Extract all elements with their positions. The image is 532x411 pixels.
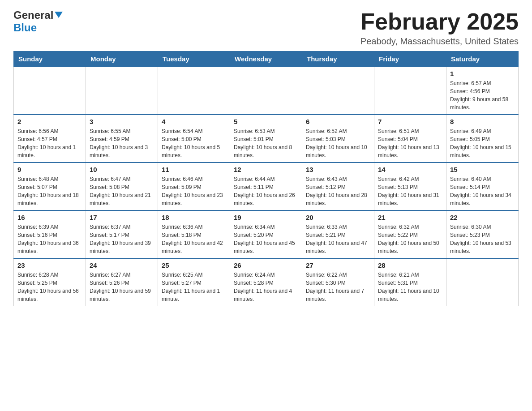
day-info: Sunrise: 6:56 AMSunset: 4:57 PMDaylight:… <box>17 127 82 159</box>
day-info: Sunrise: 6:42 AMSunset: 5:13 PMDaylight:… <box>378 175 442 207</box>
day-info: Sunrise: 6:22 AMSunset: 5:30 PMDaylight:… <box>306 271 370 303</box>
day-number: 27 <box>306 261 370 269</box>
day-info: Sunrise: 6:28 AMSunset: 5:25 PMDaylight:… <box>17 271 82 303</box>
day-number: 13 <box>306 166 370 173</box>
calendar-cell: 8Sunrise: 6:49 AMSunset: 5:05 PMDaylight… <box>446 115 519 163</box>
day-info: Sunrise: 6:55 AMSunset: 4:59 PMDaylight:… <box>90 127 154 159</box>
day-number: 8 <box>450 118 515 125</box>
day-info: Sunrise: 6:52 AMSunset: 5:03 PMDaylight:… <box>306 127 370 159</box>
day-number: 20 <box>306 214 370 221</box>
day-info: Sunrise: 6:44 AMSunset: 5:11 PMDaylight:… <box>234 175 298 207</box>
day-number: 9 <box>17 166 82 173</box>
calendar-week-row: 23Sunrise: 6:28 AMSunset: 5:25 PMDayligh… <box>14 258 519 306</box>
day-number: 25 <box>162 261 226 269</box>
calendar-cell: 15Sunrise: 6:40 AMSunset: 5:14 PMDayligh… <box>446 163 519 210</box>
day-info: Sunrise: 6:34 AMSunset: 5:20 PMDaylight:… <box>234 223 298 255</box>
day-info: Sunrise: 6:57 AMSunset: 4:56 PMDaylight:… <box>450 79 515 111</box>
day-info: Sunrise: 6:21 AMSunset: 5:31 PMDaylight:… <box>378 271 442 303</box>
day-number: 18 <box>162 214 226 221</box>
calendar-cell <box>158 67 230 115</box>
logo-blue-text: Blue <box>13 21 37 34</box>
weekday-header-wednesday: Wednesday <box>230 51 302 67</box>
day-info: Sunrise: 6:33 AMSunset: 5:21 PMDaylight:… <box>306 223 370 255</box>
calendar-week-row: 1Sunrise: 6:57 AMSunset: 4:56 PMDaylight… <box>14 67 519 115</box>
calendar-cell: 12Sunrise: 6:44 AMSunset: 5:11 PMDayligh… <box>230 163 302 210</box>
day-number: 22 <box>450 214 515 221</box>
day-info: Sunrise: 6:40 AMSunset: 5:14 PMDaylight:… <box>450 175 515 207</box>
weekday-header-thursday: Thursday <box>302 51 374 67</box>
calendar-cell <box>86 67 158 115</box>
calendar-table: SundayMondayTuesdayWednesdayThursdayFrid… <box>13 51 519 306</box>
day-number: 14 <box>378 166 442 173</box>
day-number: 26 <box>234 261 298 269</box>
day-info: Sunrise: 6:36 AMSunset: 5:18 PMDaylight:… <box>162 223 226 255</box>
calendar-cell: 17Sunrise: 6:37 AMSunset: 5:17 PMDayligh… <box>86 210 158 258</box>
day-number: 4 <box>162 118 226 125</box>
calendar-cell: 2Sunrise: 6:56 AMSunset: 4:57 PMDaylight… <box>14 115 86 163</box>
calendar-cell: 1Sunrise: 6:57 AMSunset: 4:56 PMDaylight… <box>446 67 519 115</box>
calendar-cell: 25Sunrise: 6:25 AMSunset: 5:27 PMDayligh… <box>158 258 230 306</box>
day-info: Sunrise: 6:47 AMSunset: 5:08 PMDaylight:… <box>90 175 154 207</box>
calendar-cell: 13Sunrise: 6:43 AMSunset: 5:12 PMDayligh… <box>302 163 374 210</box>
calendar-week-row: 16Sunrise: 6:39 AMSunset: 5:16 PMDayligh… <box>14 210 519 258</box>
day-number: 19 <box>234 214 298 221</box>
calendar-cell: 14Sunrise: 6:42 AMSunset: 5:13 PMDayligh… <box>374 163 446 210</box>
day-number: 28 <box>378 261 442 269</box>
page-header: General Blue February 2025 Peabody, Mass… <box>13 9 519 47</box>
day-info: Sunrise: 6:54 AMSunset: 5:00 PMDaylight:… <box>162 127 226 159</box>
calendar-cell: 9Sunrise: 6:48 AMSunset: 5:07 PMDaylight… <box>14 163 86 210</box>
day-number: 1 <box>450 70 515 77</box>
day-number: 2 <box>17 118 82 125</box>
month-title: February 2025 <box>360 9 519 34</box>
calendar-cell: 18Sunrise: 6:36 AMSunset: 5:18 PMDayligh… <box>158 210 230 258</box>
day-info: Sunrise: 6:32 AMSunset: 5:22 PMDaylight:… <box>378 223 442 255</box>
day-number: 10 <box>90 166 154 173</box>
day-info: Sunrise: 6:25 AMSunset: 5:27 PMDaylight:… <box>162 271 226 303</box>
day-number: 24 <box>90 261 154 269</box>
calendar-week-row: 2Sunrise: 6:56 AMSunset: 4:57 PMDaylight… <box>14 115 519 163</box>
day-info: Sunrise: 6:46 AMSunset: 5:09 PMDaylight:… <box>162 175 226 207</box>
calendar-cell: 5Sunrise: 6:53 AMSunset: 5:01 PMDaylight… <box>230 115 302 163</box>
calendar-cell: 28Sunrise: 6:21 AMSunset: 5:31 PMDayligh… <box>374 258 446 306</box>
calendar-cell: 24Sunrise: 6:27 AMSunset: 5:26 PMDayligh… <box>86 258 158 306</box>
calendar-cell: 16Sunrise: 6:39 AMSunset: 5:16 PMDayligh… <box>14 210 86 258</box>
day-info: Sunrise: 6:43 AMSunset: 5:12 PMDaylight:… <box>306 175 370 207</box>
day-info: Sunrise: 6:49 AMSunset: 5:05 PMDaylight:… <box>450 127 515 159</box>
day-number: 6 <box>306 118 370 125</box>
calendar-cell: 26Sunrise: 6:24 AMSunset: 5:28 PMDayligh… <box>230 258 302 306</box>
logo: General Blue <box>13 9 63 34</box>
day-number: 5 <box>234 118 298 125</box>
calendar-cell: 3Sunrise: 6:55 AMSunset: 4:59 PMDaylight… <box>86 115 158 163</box>
svg-marker-0 <box>55 12 63 18</box>
calendar-cell: 21Sunrise: 6:32 AMSunset: 5:22 PMDayligh… <box>374 210 446 258</box>
day-number: 3 <box>90 118 154 125</box>
calendar-cell: 19Sunrise: 6:34 AMSunset: 5:20 PMDayligh… <box>230 210 302 258</box>
calendar-cell: 27Sunrise: 6:22 AMSunset: 5:30 PMDayligh… <box>302 258 374 306</box>
day-number: 16 <box>17 214 82 221</box>
day-info: Sunrise: 6:48 AMSunset: 5:07 PMDaylight:… <box>17 175 82 207</box>
calendar-cell <box>446 258 519 306</box>
day-number: 11 <box>162 166 226 173</box>
calendar-cell <box>230 67 302 115</box>
day-info: Sunrise: 6:24 AMSunset: 5:28 PMDaylight:… <box>234 271 298 303</box>
day-info: Sunrise: 6:37 AMSunset: 5:17 PMDaylight:… <box>90 223 154 255</box>
day-number: 23 <box>17 261 82 269</box>
title-area: February 2025 Peabody, Massachusetts, Un… <box>360 9 519 47</box>
calendar-cell: 6Sunrise: 6:52 AMSunset: 5:03 PMDaylight… <box>302 115 374 163</box>
calendar-cell: 22Sunrise: 6:30 AMSunset: 5:23 PMDayligh… <box>446 210 519 258</box>
weekday-header-friday: Friday <box>374 51 446 67</box>
weekday-header-monday: Monday <box>86 51 158 67</box>
calendar-cell: 4Sunrise: 6:54 AMSunset: 5:00 PMDaylight… <box>158 115 230 163</box>
calendar-week-row: 9Sunrise: 6:48 AMSunset: 5:07 PMDaylight… <box>14 163 519 210</box>
calendar-cell: 23Sunrise: 6:28 AMSunset: 5:25 PMDayligh… <box>14 258 86 306</box>
day-info: Sunrise: 6:27 AMSunset: 5:26 PMDaylight:… <box>90 271 154 303</box>
day-number: 12 <box>234 166 298 173</box>
weekday-header-sunday: Sunday <box>14 51 86 67</box>
day-info: Sunrise: 6:39 AMSunset: 5:16 PMDaylight:… <box>17 223 82 255</box>
weekday-header-row: SundayMondayTuesdayWednesdayThursdayFrid… <box>14 51 519 67</box>
weekday-header-tuesday: Tuesday <box>158 51 230 67</box>
weekday-header-saturday: Saturday <box>446 51 519 67</box>
location-text: Peabody, Massachusetts, United States <box>360 36 519 47</box>
calendar-cell: 20Sunrise: 6:33 AMSunset: 5:21 PMDayligh… <box>302 210 374 258</box>
calendar-cell: 7Sunrise: 6:51 AMSunset: 5:04 PMDaylight… <box>374 115 446 163</box>
